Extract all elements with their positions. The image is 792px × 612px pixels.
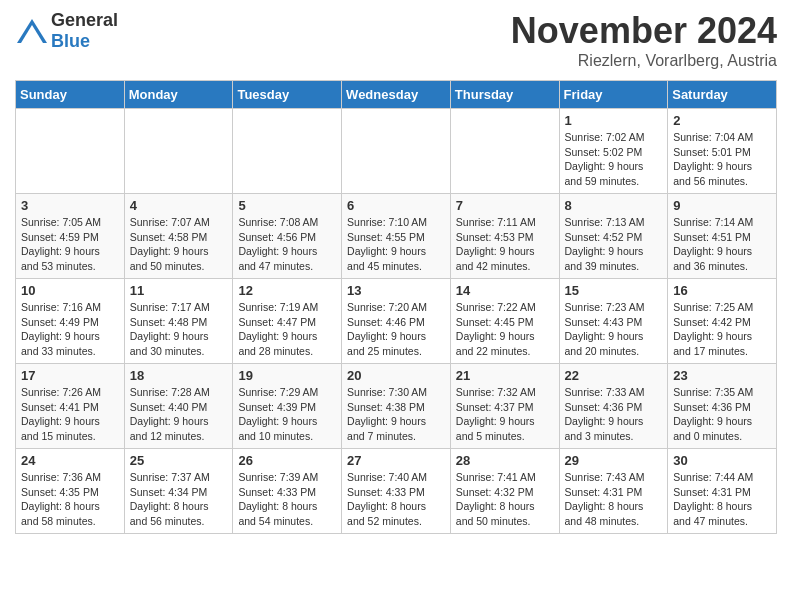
day-info: Sunrise: 7:44 AM Sunset: 4:31 PM Dayligh… (673, 470, 771, 529)
day-cell: 22Sunrise: 7:33 AM Sunset: 4:36 PM Dayli… (559, 364, 668, 449)
day-info: Sunrise: 7:02 AM Sunset: 5:02 PM Dayligh… (565, 130, 663, 189)
day-info: Sunrise: 7:20 AM Sunset: 4:46 PM Dayligh… (347, 300, 445, 359)
day-number: 10 (21, 283, 119, 298)
col-friday: Friday (559, 81, 668, 109)
day-number: 24 (21, 453, 119, 468)
day-info: Sunrise: 7:40 AM Sunset: 4:33 PM Dayligh… (347, 470, 445, 529)
day-cell: 30Sunrise: 7:44 AM Sunset: 4:31 PM Dayli… (668, 449, 777, 534)
day-cell (16, 109, 125, 194)
day-number: 20 (347, 368, 445, 383)
day-number: 4 (130, 198, 228, 213)
day-cell: 3Sunrise: 7:05 AM Sunset: 4:59 PM Daylig… (16, 194, 125, 279)
col-monday: Monday (124, 81, 233, 109)
day-cell: 8Sunrise: 7:13 AM Sunset: 4:52 PM Daylig… (559, 194, 668, 279)
day-number: 16 (673, 283, 771, 298)
day-number: 28 (456, 453, 554, 468)
day-info: Sunrise: 7:25 AM Sunset: 4:42 PM Dayligh… (673, 300, 771, 359)
day-info: Sunrise: 7:05 AM Sunset: 4:59 PM Dayligh… (21, 215, 119, 274)
day-info: Sunrise: 7:43 AM Sunset: 4:31 PM Dayligh… (565, 470, 663, 529)
header: General Blue November 2024 Riezlern, Vor… (15, 10, 777, 70)
week-row-4: 17Sunrise: 7:26 AM Sunset: 4:41 PM Dayli… (16, 364, 777, 449)
week-row-2: 3Sunrise: 7:05 AM Sunset: 4:59 PM Daylig… (16, 194, 777, 279)
day-cell: 25Sunrise: 7:37 AM Sunset: 4:34 PM Dayli… (124, 449, 233, 534)
col-tuesday: Tuesday (233, 81, 342, 109)
day-cell: 18Sunrise: 7:28 AM Sunset: 4:40 PM Dayli… (124, 364, 233, 449)
day-info: Sunrise: 7:33 AM Sunset: 4:36 PM Dayligh… (565, 385, 663, 444)
day-cell: 20Sunrise: 7:30 AM Sunset: 4:38 PM Dayli… (342, 364, 451, 449)
day-info: Sunrise: 7:28 AM Sunset: 4:40 PM Dayligh… (130, 385, 228, 444)
day-number: 27 (347, 453, 445, 468)
day-cell: 13Sunrise: 7:20 AM Sunset: 4:46 PM Dayli… (342, 279, 451, 364)
day-cell: 17Sunrise: 7:26 AM Sunset: 4:41 PM Dayli… (16, 364, 125, 449)
day-cell: 29Sunrise: 7:43 AM Sunset: 4:31 PM Dayli… (559, 449, 668, 534)
day-number: 7 (456, 198, 554, 213)
day-cell (342, 109, 451, 194)
day-cell: 23Sunrise: 7:35 AM Sunset: 4:36 PM Dayli… (668, 364, 777, 449)
day-info: Sunrise: 7:04 AM Sunset: 5:01 PM Dayligh… (673, 130, 771, 189)
day-number: 9 (673, 198, 771, 213)
day-number: 18 (130, 368, 228, 383)
day-cell: 9Sunrise: 7:14 AM Sunset: 4:51 PM Daylig… (668, 194, 777, 279)
day-number: 3 (21, 198, 119, 213)
day-cell: 11Sunrise: 7:17 AM Sunset: 4:48 PM Dayli… (124, 279, 233, 364)
day-cell: 7Sunrise: 7:11 AM Sunset: 4:53 PM Daylig… (450, 194, 559, 279)
day-cell: 1Sunrise: 7:02 AM Sunset: 5:02 PM Daylig… (559, 109, 668, 194)
day-info: Sunrise: 7:19 AM Sunset: 4:47 PM Dayligh… (238, 300, 336, 359)
week-row-3: 10Sunrise: 7:16 AM Sunset: 4:49 PM Dayli… (16, 279, 777, 364)
day-info: Sunrise: 7:35 AM Sunset: 4:36 PM Dayligh… (673, 385, 771, 444)
day-info: Sunrise: 7:29 AM Sunset: 4:39 PM Dayligh… (238, 385, 336, 444)
day-info: Sunrise: 7:16 AM Sunset: 4:49 PM Dayligh… (21, 300, 119, 359)
day-info: Sunrise: 7:32 AM Sunset: 4:37 PM Dayligh… (456, 385, 554, 444)
day-number: 5 (238, 198, 336, 213)
day-info: Sunrise: 7:10 AM Sunset: 4:55 PM Dayligh… (347, 215, 445, 274)
week-row-1: 1Sunrise: 7:02 AM Sunset: 5:02 PM Daylig… (16, 109, 777, 194)
day-info: Sunrise: 7:08 AM Sunset: 4:56 PM Dayligh… (238, 215, 336, 274)
day-info: Sunrise: 7:14 AM Sunset: 4:51 PM Dayligh… (673, 215, 771, 274)
day-info: Sunrise: 7:22 AM Sunset: 4:45 PM Dayligh… (456, 300, 554, 359)
day-info: Sunrise: 7:36 AM Sunset: 4:35 PM Dayligh… (21, 470, 119, 529)
day-number: 8 (565, 198, 663, 213)
col-thursday: Thursday (450, 81, 559, 109)
logo: General Blue (15, 10, 118, 52)
day-cell (233, 109, 342, 194)
day-info: Sunrise: 7:37 AM Sunset: 4:34 PM Dayligh… (130, 470, 228, 529)
calendar-table: Sunday Monday Tuesday Wednesday Thursday… (15, 80, 777, 534)
logo-general: General (51, 10, 118, 30)
day-number: 6 (347, 198, 445, 213)
day-info: Sunrise: 7:11 AM Sunset: 4:53 PM Dayligh… (456, 215, 554, 274)
col-saturday: Saturday (668, 81, 777, 109)
logo-icon (15, 17, 49, 45)
location-title: Riezlern, Vorarlberg, Austria (511, 52, 777, 70)
day-number: 17 (21, 368, 119, 383)
day-cell: 19Sunrise: 7:29 AM Sunset: 4:39 PM Dayli… (233, 364, 342, 449)
day-cell: 26Sunrise: 7:39 AM Sunset: 4:33 PM Dayli… (233, 449, 342, 534)
day-number: 29 (565, 453, 663, 468)
calendar-header-row: Sunday Monday Tuesday Wednesday Thursday… (16, 81, 777, 109)
day-cell: 14Sunrise: 7:22 AM Sunset: 4:45 PM Dayli… (450, 279, 559, 364)
day-info: Sunrise: 7:30 AM Sunset: 4:38 PM Dayligh… (347, 385, 445, 444)
logo-blue: Blue (51, 31, 90, 51)
day-cell: 24Sunrise: 7:36 AM Sunset: 4:35 PM Dayli… (16, 449, 125, 534)
day-cell: 21Sunrise: 7:32 AM Sunset: 4:37 PM Dayli… (450, 364, 559, 449)
day-number: 2 (673, 113, 771, 128)
day-info: Sunrise: 7:26 AM Sunset: 4:41 PM Dayligh… (21, 385, 119, 444)
day-number: 14 (456, 283, 554, 298)
day-number: 1 (565, 113, 663, 128)
day-cell: 27Sunrise: 7:40 AM Sunset: 4:33 PM Dayli… (342, 449, 451, 534)
day-number: 12 (238, 283, 336, 298)
day-info: Sunrise: 7:17 AM Sunset: 4:48 PM Dayligh… (130, 300, 228, 359)
title-area: November 2024 Riezlern, Vorarlberg, Aust… (511, 10, 777, 70)
day-cell: 4Sunrise: 7:07 AM Sunset: 4:58 PM Daylig… (124, 194, 233, 279)
day-cell (124, 109, 233, 194)
day-number: 26 (238, 453, 336, 468)
day-number: 11 (130, 283, 228, 298)
day-number: 13 (347, 283, 445, 298)
day-cell: 5Sunrise: 7:08 AM Sunset: 4:56 PM Daylig… (233, 194, 342, 279)
day-number: 21 (456, 368, 554, 383)
day-number: 19 (238, 368, 336, 383)
day-info: Sunrise: 7:23 AM Sunset: 4:43 PM Dayligh… (565, 300, 663, 359)
day-number: 23 (673, 368, 771, 383)
day-cell: 28Sunrise: 7:41 AM Sunset: 4:32 PM Dayli… (450, 449, 559, 534)
day-cell (450, 109, 559, 194)
day-number: 25 (130, 453, 228, 468)
